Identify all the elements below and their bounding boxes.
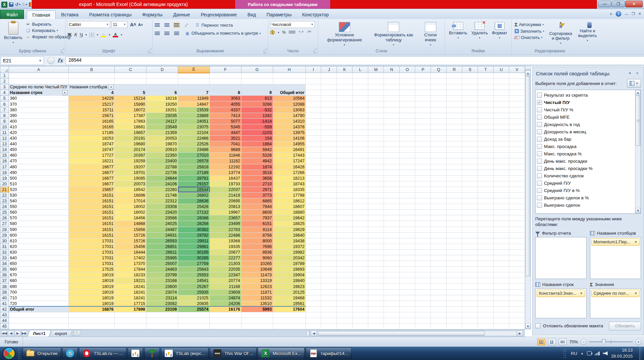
field-checkbox[interactable] — [537, 137, 542, 142]
grid-cell[interactable] — [368, 124, 384, 130]
grid-cell[interactable] — [337, 295, 353, 301]
grid-cell[interactable]: 22526 — [178, 141, 210, 147]
grid-cell[interactable] — [493, 272, 509, 278]
grid-cell[interactable] — [431, 164, 447, 170]
grid-cell[interactable] — [415, 295, 431, 301]
grid-cell[interactable] — [321, 295, 337, 301]
grid-cell[interactable]: 530 — [9, 192, 68, 198]
field-item[interactable]: Выиграно сделок в % — [537, 194, 634, 201]
formula-bar-button[interactable] — [47, 57, 55, 64]
grid-cell[interactable] — [415, 79, 431, 84]
grid-cell[interactable] — [368, 244, 384, 249]
grid-cell[interactable]: 18612 — [273, 198, 305, 204]
grid-cell[interactable] — [509, 90, 525, 96]
grid-cell[interactable] — [478, 255, 494, 261]
grid-cell[interactable] — [241, 73, 273, 79]
grid-cell[interactable] — [462, 324, 478, 329]
grid-cell[interactable] — [509, 215, 525, 221]
grid-cell[interactable] — [305, 221, 321, 227]
row-header-21[interactable]: 21 — [0, 187, 9, 192]
grid-cell[interactable]: 1874 — [241, 164, 273, 170]
grid-cell[interactable] — [353, 124, 368, 130]
grid-cell[interactable] — [368, 210, 384, 215]
grid-cell[interactable] — [447, 141, 462, 147]
grid-cell[interactable] — [462, 318, 478, 324]
grid-cell[interactable]: -1103 — [241, 130, 273, 135]
tab-Формулы[interactable]: Формулы — [137, 10, 168, 19]
grid-cell[interactable]: 25935 — [178, 289, 210, 295]
collapse-ribbon-icon[interactable]: ∧ — [610, 12, 612, 16]
grid-cell[interactable] — [400, 118, 415, 124]
grid-cell[interactable] — [305, 306, 321, 312]
grid-cell[interactable]: 23035 — [146, 113, 178, 118]
grid-cell[interactable]: 6 — [146, 90, 178, 96]
grid-cell[interactable] — [400, 130, 415, 135]
tab-Вид[interactable]: Вид — [242, 10, 261, 19]
grid-cell[interactable]: 16151 — [68, 210, 115, 215]
paste-button[interactable]: Вставить▾ — [2, 21, 24, 48]
grid-cell[interactable] — [493, 227, 509, 232]
grid-cell[interactable]: 22350 — [146, 153, 178, 158]
grid-cell[interactable] — [368, 84, 384, 90]
grid-cell[interactable] — [353, 312, 368, 318]
name-box-dropdown-icon[interactable]: ▼ — [39, 59, 42, 62]
format-as-table-button[interactable]: Форматировать как таблицу▾ — [369, 21, 419, 48]
grid-cell[interactable] — [478, 101, 494, 107]
grid-cell[interactable]: 650 — [9, 261, 68, 267]
font-size-combo[interactable]: 11▼ — [111, 21, 127, 28]
grid-cell[interactable] — [447, 101, 462, 107]
grid-cell[interactable] — [337, 215, 353, 221]
scroll-right-icon[interactable]: ▶ — [517, 331, 523, 336]
grid-cell[interactable]: 19372 — [273, 244, 305, 249]
column-header-D[interactable]: D — [146, 66, 178, 73]
grid-cell[interactable] — [68, 312, 115, 318]
grid-cell[interactable] — [415, 289, 431, 295]
grid-cell[interactable] — [493, 255, 509, 261]
grid-cell[interactable] — [415, 130, 431, 135]
row-header-39[interactable]: 39 — [0, 289, 9, 295]
vertical-split-handle[interactable] — [525, 66, 531, 70]
grid-cell[interactable] — [384, 324, 400, 329]
grid-cell[interactable] — [478, 312, 494, 318]
field-checkbox[interactable] — [537, 166, 542, 171]
first-sheet-icon[interactable]: ◀◀ — [1, 331, 7, 336]
grid-cell[interactable] — [321, 181, 337, 187]
grid-cell[interactable] — [493, 267, 509, 272]
wrap-text-button[interactable]: ☰Перенос текста — [194, 22, 234, 28]
row-header-37[interactable]: 37 — [0, 278, 9, 284]
start-button[interactable] — [3, 347, 15, 360]
grid-cell[interactable]: 16072 — [115, 107, 146, 113]
grid-cell[interactable]: 7937 — [241, 215, 273, 221]
grid-cell[interactable]: 8756 — [241, 232, 273, 238]
grid-cell[interactable] — [368, 153, 384, 158]
grid-cell[interactable]: 16151 — [68, 215, 115, 221]
grid-cell[interactable] — [462, 261, 478, 267]
grid-cell[interactable] — [431, 295, 447, 301]
grid-cell[interactable] — [384, 232, 400, 238]
grid-cell[interactable]: 19789 — [273, 261, 305, 267]
grid-cell[interactable]: 23657 — [210, 215, 241, 221]
grid-cell[interactable] — [431, 272, 447, 278]
align-center-icon[interactable] — [164, 32, 169, 35]
grid-cell[interactable] — [431, 141, 447, 147]
row-header-22[interactable]: 22 — [0, 192, 9, 198]
page-break-view-button[interactable] — [559, 339, 567, 345]
field-item[interactable]: Выиграно сделок — [537, 201, 634, 209]
grid-cell[interactable] — [509, 147, 525, 153]
field-item[interactable]: ✓Чистый П/У — [537, 99, 634, 106]
grid-cell[interactable] — [337, 198, 353, 204]
zoom-slider[interactable] — [589, 341, 633, 342]
grid-cell[interactable] — [415, 187, 431, 192]
grid-cell[interactable]: 27010 — [178, 153, 210, 158]
grid-cell[interactable]: 16176 — [210, 306, 241, 312]
grid-cell[interactable] — [337, 249, 353, 255]
grid-cell[interactable] — [353, 221, 368, 227]
grid-cell[interactable]: 22783 — [210, 227, 241, 232]
grid-cell[interactable] — [400, 318, 415, 324]
grid-cell[interactable] — [447, 255, 462, 261]
grid-cell[interactable]: 510 — [9, 181, 68, 187]
grid-cell[interactable] — [431, 153, 447, 158]
grid-cell[interactable] — [431, 113, 447, 118]
grid-cell[interactable] — [400, 312, 415, 318]
grid-cell[interactable]: 5345 — [210, 124, 241, 130]
